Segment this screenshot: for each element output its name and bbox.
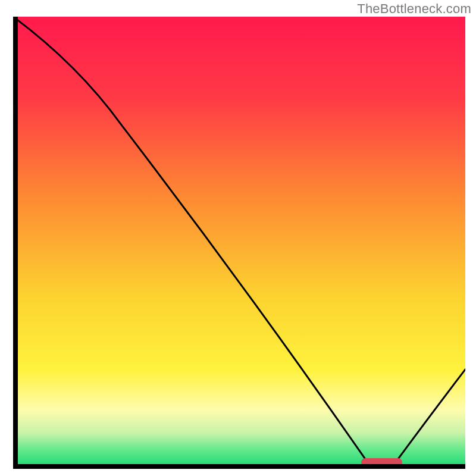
- watermark-text: TheBottleneck.com: [357, 1, 471, 17]
- bottleneck-curve: [13, 17, 465, 469]
- chart-area: [13, 17, 465, 469]
- x-axis: [13, 464, 465, 469]
- y-axis: [13, 17, 18, 469]
